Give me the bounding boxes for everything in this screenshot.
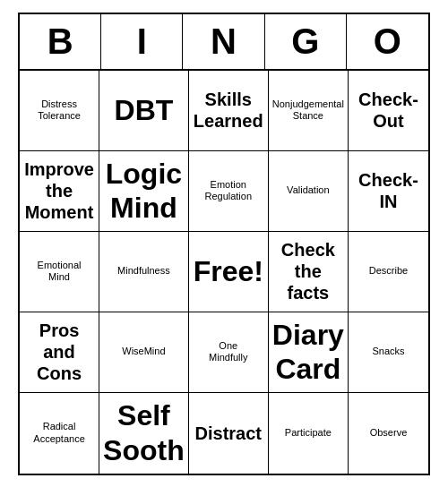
cell-text: Emotional Mind	[38, 260, 82, 283]
cell-text: Radical Acceptance	[33, 421, 84, 444]
cell-text: Nonjudgemental Stance	[272, 98, 344, 122]
bingo-cell: Distress Tolerance	[20, 71, 99, 151]
bingo-cell: Observe	[349, 393, 428, 474]
bingo-grid: Distress ToleranceDBTSkills LearnedNonju…	[20, 71, 428, 474]
bingo-card: BINGO Distress ToleranceDBTSkills Learne…	[18, 13, 430, 475]
cell-text: Validation	[287, 184, 330, 196]
cell-text: Participate	[285, 427, 332, 439]
cell-text: Self Sooth	[103, 398, 185, 467]
cell-text: Mindfulness	[117, 265, 170, 277]
cell-text: Logic Mind	[106, 157, 182, 226]
cell-text: Improve the Moment	[24, 158, 94, 223]
bingo-cell: Snacks	[349, 312, 428, 393]
bingo-cell: Describe	[349, 232, 428, 312]
cell-text: Diary Card	[272, 318, 344, 387]
bingo-cell: WiseMind	[99, 312, 189, 393]
header-letter: N	[183, 14, 264, 69]
bingo-cell: Check the facts	[269, 232, 349, 312]
cell-text: Observe	[370, 427, 408, 439]
cell-text: Check- Out	[358, 89, 418, 132]
cell-text: Skills Learned	[194, 89, 263, 132]
bingo-cell: Radical Acceptance	[20, 393, 99, 474]
header-letter: I	[101, 14, 183, 69]
bingo-cell: DBT	[99, 71, 189, 151]
bingo-cell: Nonjudgemental Stance	[269, 71, 349, 151]
bingo-cell: Logic Mind	[99, 151, 189, 232]
cell-text: One Mindfully	[209, 340, 247, 363]
cell-text: WiseMind	[122, 346, 165, 357]
bingo-cell: Participate	[269, 393, 349, 474]
cell-text: Free!	[194, 254, 263, 288]
bingo-cell: Pros and Cons	[20, 312, 99, 393]
cell-text: Snacks	[372, 346, 404, 357]
bingo-cell: Emotion Regulation	[189, 151, 269, 232]
bingo-cell: Emotional Mind	[20, 232, 99, 312]
cell-text: Check the facts	[281, 239, 335, 303]
bingo-cell: Check- Out	[349, 71, 428, 151]
bingo-cell: Diary Card	[269, 312, 349, 393]
cell-text: Check- IN	[358, 169, 418, 212]
bingo-cell: Self Sooth	[99, 393, 189, 474]
bingo-cell: Check- IN	[349, 151, 428, 232]
header-letter: O	[347, 14, 428, 69]
bingo-cell: Mindfulness	[99, 232, 189, 312]
header-letter: B	[20, 14, 101, 69]
cell-text: Distract	[195, 423, 262, 444]
bingo-cell: Improve the Moment	[20, 151, 99, 232]
cell-text: Emotion Regulation	[204, 179, 252, 202]
bingo-cell: Distract	[189, 393, 269, 474]
bingo-cell: Free!	[189, 232, 269, 312]
cell-text: Describe	[369, 265, 408, 277]
cell-text: DBT	[115, 93, 174, 127]
header-letter: G	[265, 14, 347, 69]
bingo-cell: Validation	[269, 151, 349, 232]
bingo-cell: One Mindfully	[189, 312, 269, 393]
cell-text: Distress Tolerance	[38, 98, 81, 122]
cell-text: Pros and Cons	[37, 320, 82, 384]
bingo-header: BINGO	[20, 14, 428, 71]
bingo-cell: Skills Learned	[189, 71, 269, 151]
